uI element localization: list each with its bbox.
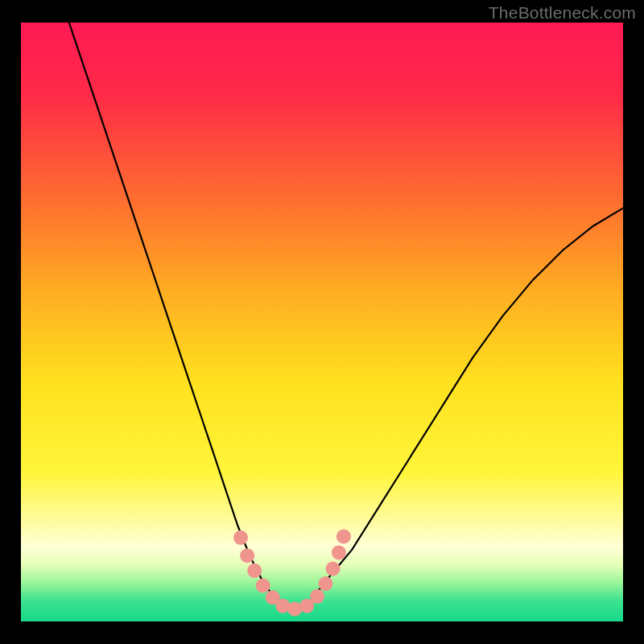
highlight-dot bbox=[287, 601, 302, 616]
highlight-dot bbox=[240, 548, 254, 563]
watermark-text: TheBottleneck.com bbox=[489, 3, 636, 23]
chart-frame: { "watermark": "TheBottleneck.com", "cha… bbox=[0, 0, 644, 644]
highlight-dot bbox=[256, 578, 270, 592]
highlight-dot bbox=[336, 529, 351, 543]
highlight-dot bbox=[247, 564, 262, 578]
highlight-dot bbox=[326, 562, 341, 576]
bottleneck-chart bbox=[0, 0, 644, 644]
highlight-dot bbox=[332, 545, 346, 559]
highlight-dot bbox=[310, 589, 324, 604]
chart-plot-area bbox=[21, 23, 623, 621]
highlight-dot bbox=[319, 576, 333, 591]
highlight-dot bbox=[233, 530, 248, 545]
